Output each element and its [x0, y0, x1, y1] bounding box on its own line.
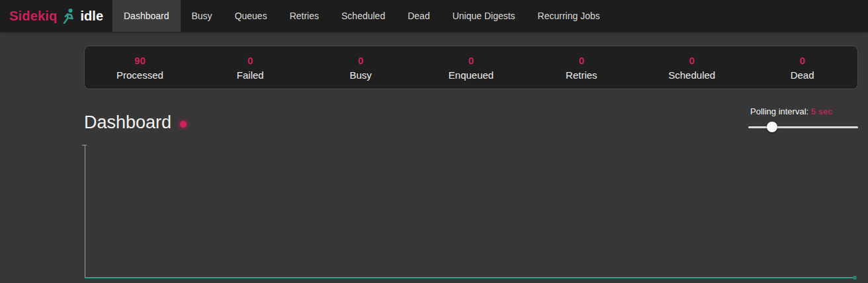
- nav-item-recurring-jobs[interactable]: Recurring Jobs: [527, 0, 611, 32]
- polling-interval-value-link[interactable]: 5 sec: [811, 106, 833, 116]
- stat-scheduled-value: 0: [689, 55, 695, 66]
- stat-enqueued-value: 0: [468, 55, 474, 66]
- process-status-label: idle: [81, 9, 103, 24]
- polling-interval-label: Polling interval: 5 sec: [750, 106, 832, 116]
- live-beacon-icon: [180, 121, 187, 128]
- stat-dead-value: 0: [799, 55, 804, 66]
- stat-processed-value: 90: [134, 55, 146, 66]
- polling-slider[interactable]: [748, 122, 858, 132]
- stat-retries-value: 0: [579, 55, 584, 66]
- chart-series-line: [85, 277, 856, 278]
- sidekiq-runner-icon: [62, 8, 76, 24]
- stat-scheduled[interactable]: 0 Scheduled: [636, 46, 747, 89]
- page-header: Dashboard: [84, 112, 187, 133]
- stat-retries[interactable]: 0 Retries: [526, 46, 636, 89]
- stat-retries-label: Retries: [566, 69, 597, 81]
- stat-busy[interactable]: 0 Busy: [306, 46, 416, 89]
- stat-enqueued-label: Enqueued: [449, 69, 494, 81]
- polling-control: Polling interval: 5 sec: [748, 106, 858, 132]
- polling-interval-text: Polling interval:: [750, 106, 808, 116]
- polling-slider-thumb[interactable]: [767, 122, 777, 132]
- stat-busy-value: 0: [358, 55, 363, 66]
- nav-item-dead[interactable]: Dead: [396, 0, 441, 32]
- nav-menu: Dashboard Busy Queues Retries Scheduled …: [112, 0, 611, 32]
- brand[interactable]: Sidekiq idle: [0, 0, 111, 32]
- brand-name[interactable]: Sidekiq: [9, 9, 58, 24]
- stat-failed[interactable]: 0 Failed: [195, 46, 306, 89]
- stat-failed-value: 0: [247, 55, 253, 66]
- stat-busy-label: Busy: [349, 69, 371, 81]
- nav-item-scheduled[interactable]: Scheduled: [330, 0, 396, 32]
- realtime-chart: [84, 145, 858, 278]
- nav-item-busy[interactable]: Busy: [181, 0, 224, 32]
- chart-y-axis: [85, 145, 85, 278]
- stat-scheduled-label: Scheduled: [668, 69, 715, 81]
- polling-slider-track[interactable]: [748, 126, 858, 128]
- stat-dead[interactable]: 0 Dead: [747, 46, 857, 89]
- navbar: Sidekiq idle Dashboard Busy Queues Retri…: [0, 0, 868, 32]
- nav-item-dashboard[interactable]: Dashboard: [112, 0, 181, 32]
- stat-enqueued[interactable]: 0 Enqueued: [416, 46, 527, 89]
- stat-processed[interactable]: 90 Processed: [85, 46, 195, 89]
- stat-failed-label: Failed: [237, 69, 264, 81]
- stats-summary-bar: 90 Processed 0 Failed 0 Busy 0 Enqueued …: [84, 46, 858, 89]
- nav-item-unique-digests[interactable]: Unique Digests: [441, 0, 527, 32]
- stat-processed-label: Processed: [116, 69, 163, 81]
- page-title: Dashboard: [84, 112, 171, 133]
- main-content: 90 Processed 0 Failed 0 Busy 0 Enqueued …: [84, 32, 858, 283]
- stat-dead-label: Dead: [791, 69, 814, 81]
- nav-item-retries[interactable]: Retries: [279, 0, 330, 32]
- nav-item-queues[interactable]: Queues: [224, 0, 279, 32]
- chart-current-point-dot: [853, 276, 857, 280]
